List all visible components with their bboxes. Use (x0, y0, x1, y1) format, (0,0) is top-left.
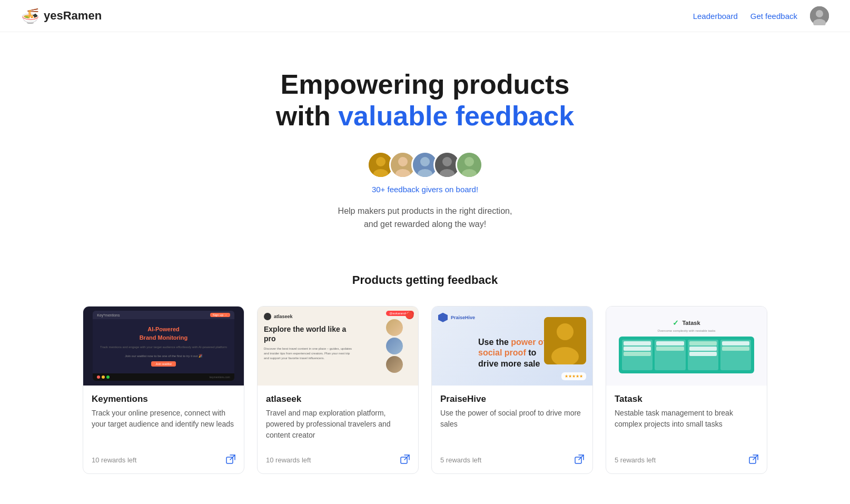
feedback-givers-avatars (11, 151, 839, 179)
svg-point-10 (420, 157, 430, 166)
logo[interactable]: 🍜 yesRamen (21, 7, 102, 25)
card-body-keymentions: Keymentions Track your online presence, … (83, 386, 244, 449)
atlaseek-sidebar: @askarandoge (386, 311, 414, 373)
external-link-praisehive[interactable] (575, 454, 584, 466)
products-title: Products getting feedback (32, 273, 818, 287)
external-link-keymentions[interactable] (226, 454, 235, 466)
card-image-atlaseek: atlaseek Explore the world like a pro Di… (258, 307, 418, 386)
avatar-5 (456, 151, 483, 179)
svg-point-7 (398, 157, 408, 166)
external-link-atlaseek[interactable] (400, 454, 410, 466)
card-keymentions[interactable]: Key*mentions Sign up → AI-PoweredBrand M… (83, 306, 244, 474)
praisehive-person (544, 317, 586, 364)
card-rewards-atlaseek: 10 rewards left (266, 456, 311, 464)
card-body-praisehive: PraiseHive Use the power of social proof… (432, 386, 592, 449)
card-footer-praisehive: 5 rewards left (432, 449, 592, 473)
card-tatask[interactable]: ✓ Tatask Overcome complexity with nestab… (606, 306, 767, 474)
card-rewards-praisehive: 5 rewards left (440, 456, 481, 464)
card-rewards-keymentions: 10 rewards left (92, 456, 136, 464)
get-feedback-link[interactable]: Get feedback (750, 12, 797, 21)
card-body-tatask: Tatask Nestable task management to break… (606, 386, 767, 449)
praisehive-logo: PraiseHive (438, 313, 475, 322)
nav-right: Leaderboard Get feedback (693, 6, 829, 25)
card-footer-atlaseek: 10 rewards left (258, 449, 418, 473)
navbar: 🍜 yesRamen Leaderboard Get feedback (0, 0, 850, 32)
tatask-board (619, 337, 754, 373)
svg-point-4 (376, 157, 386, 166)
svg-point-16 (464, 157, 474, 166)
card-praisehive[interactable]: PraiseHive Use the power ofsocial proof … (431, 306, 593, 474)
card-image-keymentions: Key*mentions Sign up → AI-PoweredBrand M… (83, 307, 244, 386)
card-desc-atlaseek: Travel and map exploration platform, pow… (266, 408, 410, 441)
tatask-header: ✓ Tatask (673, 319, 700, 327)
card-footer-tatask: 5 rewards left (606, 449, 767, 473)
card-name-tatask: Tatask (615, 394, 758, 404)
card-image-tatask: ✓ Tatask Overcome complexity with nestab… (606, 307, 767, 386)
external-link-tatask[interactable] (749, 454, 758, 466)
products-grid: Key*mentions Sign up → AI-PoweredBrand M… (83, 306, 767, 474)
card-atlaseek[interactable]: atlaseek Explore the world like a pro Di… (257, 306, 419, 474)
svg-point-13 (442, 157, 452, 166)
card-desc-praisehive: Use the power of social proof to drive m… (440, 408, 584, 441)
feedback-count[interactable]: 30+ feedback givers on board! (11, 185, 839, 194)
card-footer-keymentions: 10 rewards left (83, 449, 244, 473)
user-avatar[interactable] (810, 6, 829, 25)
card-desc-tatask: Nestable task management to break comple… (615, 408, 758, 441)
tatask-sub: Overcome complexity with nestable tasks (657, 329, 715, 332)
svg-point-1 (816, 10, 823, 17)
svg-point-23 (557, 323, 574, 340)
card-name-praisehive: PraiseHive (440, 394, 584, 404)
card-rewards-tatask: 5 rewards left (615, 456, 656, 464)
card-name-atlaseek: atlaseek (266, 394, 410, 404)
leaderboard-link[interactable]: Leaderboard (693, 12, 738, 21)
card-desc-keymentions: Track your online presence, connect with… (92, 408, 235, 441)
logo-text: yesRamen (44, 9, 102, 23)
atlaseek-logo: atlaseek (264, 313, 293, 320)
hero-title: Empowering products with valuable feedba… (11, 69, 839, 132)
card-body-atlaseek: atlaseek Travel and map exploration plat… (258, 386, 418, 449)
card-name-keymentions: Keymentions (92, 394, 235, 404)
hero-section: Empowering products with valuable feedba… (0, 32, 850, 252)
logo-icon: 🍜 (21, 7, 39, 25)
products-section: Products getting feedback Key*mentions S… (0, 252, 850, 504)
hero-subtext: Help makers put products in the right di… (11, 204, 839, 231)
card-image-praisehive: PraiseHive Use the power ofsocial proof … (432, 307, 592, 386)
praisehive-tagline: Use the power ofsocial proof todrive mor… (478, 337, 546, 370)
